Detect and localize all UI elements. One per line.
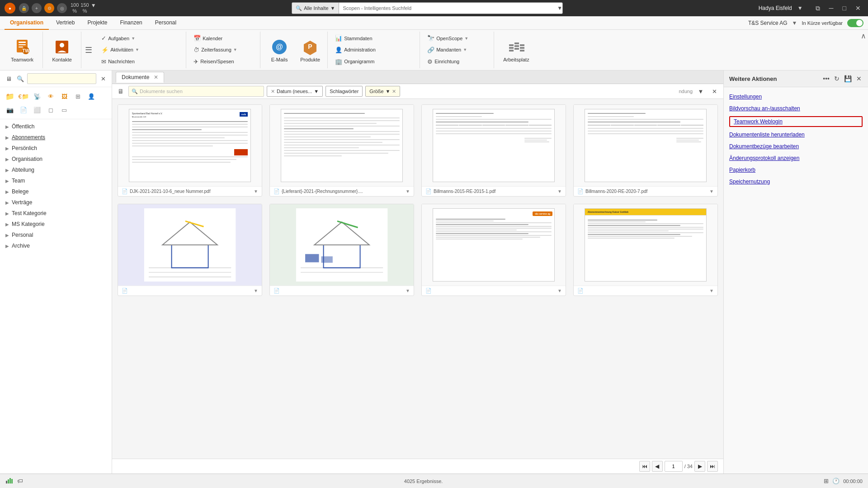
- tree-item-organisation[interactable]: ▶ Organisation: [0, 154, 112, 164]
- nav-item-personal[interactable]: Personal: [150, 16, 182, 30]
- nachrichten-btn[interactable]: ✉ Nachrichten: [99, 57, 137, 66]
- zeiterfassung-btn[interactable]: ⏱ Zeiterfassung ▼: [192, 46, 239, 54]
- stammdaten-btn[interactable]: 📊 Stammdaten: [333, 34, 374, 42]
- openscope-btn[interactable]: 🔭 OpenScope ▼: [425, 34, 470, 42]
- status-grid-icon[interactable]: ⊞: [824, 478, 829, 484]
- doc-arrow-3[interactable]: ▼: [557, 189, 562, 194]
- sidebar-toggle-btn[interactable]: ☰: [83, 32, 94, 68]
- folder-square3-btn[interactable]: ▭: [58, 103, 71, 116]
- tree-item-oeffentlich[interactable]: ▶ Öffentlich: [0, 121, 112, 132]
- settings-icon[interactable]: ⚙: [44, 3, 54, 13]
- tree-item-belege[interactable]: ▶ Belege: [0, 186, 112, 197]
- reisen-btn[interactable]: ✈ Reisen/Spesen: [192, 57, 236, 66]
- wa-link-speichernutzung[interactable]: Speichernutzung: [729, 178, 863, 186]
- filter-date-chip[interactable]: ✕ Datum (neues... ▼: [267, 86, 323, 97]
- filter-tags-chip[interactable]: Schlagwörter: [326, 86, 363, 97]
- size-filter[interactable]: Größe ▼ ✕: [365, 86, 400, 97]
- doc-arrow-2[interactable]: ▼: [406, 189, 410, 194]
- window-close-btn[interactable]: ✕: [853, 5, 863, 12]
- filter-date-close[interactable]: ✕: [271, 89, 275, 94]
- kontakte-btn[interactable]: Kontakte: [48, 33, 75, 67]
- doc-arrow-5[interactable]: ▼: [254, 288, 258, 293]
- aufgaben-btn[interactable]: ✓ Aufgaben ▼: [99, 34, 137, 42]
- folder-square2-btn[interactable]: ◻: [44, 103, 57, 116]
- search-prefix[interactable]: 🔍 Alle Inhalte ▼: [292, 3, 339, 14]
- doc-arrow-4[interactable]: ▼: [709, 189, 714, 194]
- wa-link-dokumentbezuege[interactable]: Dokumentbezüge bearbeiten: [729, 142, 863, 150]
- doc-card-7[interactable]: t&s service ag: [421, 204, 566, 296]
- doc-card-3[interactable]: 📄 Billmanns-2015-RE-2015-1.pdf ▼: [421, 104, 566, 197]
- toggle-switch[interactable]: [847, 19, 863, 27]
- user-dropdown-icon[interactable]: ▼: [797, 5, 803, 11]
- zeiterfassung-dropdown[interactable]: ▼: [233, 47, 237, 52]
- emails-btn[interactable]: @ E-Mails: [266, 36, 293, 64]
- window-minimize-btn[interactable]: ─: [826, 5, 836, 12]
- kalender-btn[interactable]: 📅 Kalender: [192, 34, 224, 42]
- folder-cam-btn[interactable]: 📷: [4, 103, 16, 116]
- filter-funnel-icon[interactable]: ▼: [695, 86, 706, 97]
- nav-item-finanzen[interactable]: Finanzen: [114, 16, 147, 30]
- lock-icon[interactable]: 🔒: [19, 3, 29, 13]
- user-name[interactable]: Hadya Eisfeld: [759, 5, 792, 11]
- size-filter-close[interactable]: ✕: [392, 89, 396, 94]
- page-last-btn[interactable]: ⏭: [707, 461, 718, 472]
- aktivitaeten-btn[interactable]: ⚡ Aktivitäten ▼: [99, 46, 141, 54]
- doc-arrow-6[interactable]: ▼: [406, 288, 410, 293]
- doc-search-box[interactable]: 🔍 Dokumente suchen: [128, 86, 264, 97]
- doc-arrow-8[interactable]: ▼: [709, 288, 714, 293]
- window-restore-btn[interactable]: ⧉: [813, 5, 823, 12]
- filter-clear-icon[interactable]: ✕: [709, 86, 720, 97]
- tree-item-testkategorie[interactable]: ▶ Test Kategorie: [0, 208, 112, 219]
- folder-table-btn[interactable]: ⊞: [71, 90, 84, 103]
- tree-item-archive[interactable]: ▶ Archive: [0, 240, 112, 251]
- nav-item-projekte[interactable]: Projekte: [82, 16, 113, 30]
- tree-item-vertraege[interactable]: ▶ Verträge: [0, 197, 112, 208]
- wa-link-aenderungsprotokoll[interactable]: Änderungsprotokoll anzeigen: [729, 154, 863, 162]
- page-first-btn[interactable]: ⏮: [639, 461, 650, 472]
- folder-doc-btn[interactable]: 📄: [17, 103, 30, 116]
- arbeitsplatz-btn[interactable]: Arbeitsplatz: [500, 33, 533, 67]
- page-prev-btn[interactable]: ◀: [652, 461, 663, 472]
- tree-item-personal[interactable]: ▶ Personal: [0, 230, 112, 240]
- tree-item-abteilung[interactable]: ▶ Abteilung: [0, 164, 112, 175]
- organigramm-btn[interactable]: 🏢 Organigramm: [333, 57, 376, 66]
- doc-card-1[interactable]: Sportverband Bad Honnef e.V. Musterstraß…: [118, 104, 262, 197]
- search-dropdown-icon[interactable]: ▼: [557, 5, 562, 11]
- nav-item-vertrieb[interactable]: Vertrieb: [51, 16, 80, 30]
- folder-eye-btn[interactable]: 👁: [44, 90, 57, 103]
- search-input-area[interactable]: Scopen - Intelligentes Suchfeld: [339, 5, 555, 11]
- doc-toolbar-folder-icon[interactable]: 🖥: [116, 86, 126, 96]
- administration-btn[interactable]: 👤 Administration: [333, 46, 377, 54]
- sidebar-search-box[interactable]: [27, 73, 96, 84]
- doc-card-4[interactable]: 📄 Billmanns-2020-RE-2020-7.pdf ▼: [573, 104, 718, 197]
- doc-card-8[interactable]: Abonemnentrechnung Kaiser Gottlieb: [573, 204, 718, 296]
- doc-arrow-1[interactable]: ▼: [254, 189, 258, 194]
- wa-link-teamwork-weblogin[interactable]: Teamwork Weblogin: [729, 116, 863, 127]
- page-input[interactable]: [665, 461, 683, 472]
- teamwork-btn[interactable]: TW Teamwork: [7, 33, 37, 67]
- doc-card-2[interactable]: 📄 {Lieferant}-2021-{Rechnungsnummer}....…: [269, 104, 414, 197]
- aufgaben-dropdown[interactable]: ▼: [131, 36, 135, 41]
- nav-item-organisation[interactable]: Organisation: [5, 16, 49, 30]
- tree-item-mskategorie[interactable]: ▶ MS Kategorie: [0, 219, 112, 230]
- tree-item-team[interactable]: ▶ Team: [0, 175, 112, 186]
- aktivitaeten-dropdown[interactable]: ▼: [135, 47, 139, 52]
- einrichtung-btn[interactable]: ⚙ Einrichtung: [425, 57, 461, 66]
- dropdown-icon[interactable]: ▼: [91, 2, 96, 14]
- wa-close-btn[interactable]: ✕: [855, 74, 863, 83]
- window-maximize-btn[interactable]: □: [840, 5, 849, 12]
- tree-item-abonnements[interactable]: ▶ Abonnements: [0, 132, 112, 143]
- wa-link-bildvorschau[interactable]: Bildvorschau an-/ausschalten: [729, 104, 863, 113]
- doc-arrow-7[interactable]: ▼: [557, 288, 562, 293]
- plus-icon[interactable]: +: [32, 3, 42, 13]
- mandanten-dropdown[interactable]: ▼: [463, 47, 467, 52]
- tab-dokumente[interactable]: Dokumente ✕: [116, 72, 164, 83]
- wa-link-papierkorb[interactable]: Papierkorb: [729, 166, 863, 174]
- company-dropdown-icon[interactable]: ▼: [792, 20, 797, 26]
- wa-ellipsis-btn[interactable]: •••: [822, 74, 830, 83]
- filter-date-dropdown[interactable]: ▼: [314, 89, 319, 94]
- status-tag-icon[interactable]: 🏷: [17, 478, 23, 484]
- status-chart-icon[interactable]: [5, 477, 14, 485]
- tab-dokumente-close[interactable]: ✕: [154, 74, 158, 80]
- folder-person-btn[interactable]: 👤: [85, 90, 98, 103]
